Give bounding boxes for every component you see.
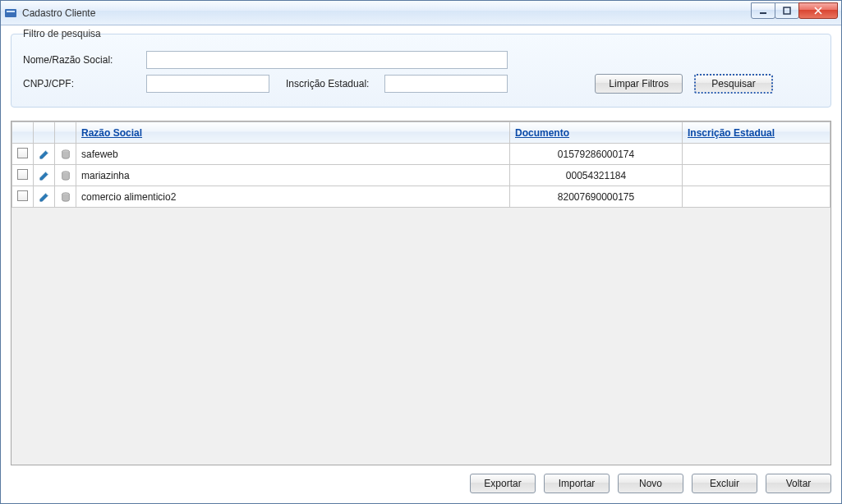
app-icon	[4, 7, 17, 20]
cell-razao: mariazinha	[76, 165, 510, 186]
cell-razao: comercio alimenticio2	[76, 186, 510, 208]
table-row[interactable]: comercio alimenticio282007690000175	[12, 186, 830, 208]
cell-documento: 00054321184	[510, 165, 683, 186]
delete-icon[interactable]	[55, 144, 76, 165]
row-checkbox[interactable]	[17, 148, 28, 158]
back-button[interactable]: Voltar	[766, 474, 831, 493]
filter-legend: Filtro de pesquisa	[20, 28, 104, 39]
cell-razao: safeweb	[76, 144, 510, 165]
delete-icon[interactable]	[55, 186, 76, 208]
cell-documento: 82007690000175	[510, 186, 683, 208]
clear-filters-button[interactable]: Limpar Filtros	[595, 74, 683, 94]
doc-label: CNPJ/CPF:	[23, 78, 138, 89]
delete-icon[interactable]	[55, 165, 76, 186]
header-edit	[34, 122, 55, 144]
header-inscricao[interactable]: Inscrição Estadual	[683, 122, 830, 144]
svg-rect-1	[7, 11, 15, 12]
delete-button[interactable]: Excluir	[692, 474, 757, 493]
edit-icon[interactable]	[34, 165, 55, 186]
filter-panel: Filtro de pesquisa Nome/Razão Social: CN…	[11, 34, 831, 108]
table-row[interactable]: mariazinha00054321184	[12, 165, 830, 186]
doc-input[interactable]	[146, 75, 269, 93]
edit-icon[interactable]	[34, 186, 55, 208]
cell-inscricao	[683, 144, 830, 165]
window-controls	[752, 2, 838, 19]
edit-icon[interactable]	[34, 144, 55, 165]
svg-rect-2	[760, 12, 766, 14]
window-title: Cadastro Cliente	[22, 7, 752, 19]
search-button[interactable]: Pesquisar	[694, 74, 773, 94]
footer-actions: Exportar Importar Novo Excluir Voltar	[11, 465, 831, 495]
cell-inscricao	[683, 186, 830, 208]
maximize-button[interactable]	[775, 2, 799, 19]
cell-documento: 01579286000174	[510, 144, 683, 165]
svg-rect-0	[5, 9, 16, 17]
name-label: Nome/Razão Social:	[23, 54, 138, 66]
header-razao[interactable]: Razão Social	[76, 122, 510, 144]
window-frame: Cadastro Cliente Filtro de pesquisa Nome…	[0, 0, 842, 504]
export-button[interactable]: Exportar	[470, 474, 536, 493]
ie-input[interactable]	[384, 75, 508, 93]
header-delete	[55, 122, 76, 144]
cell-inscricao	[683, 165, 830, 186]
close-button[interactable]	[798, 2, 838, 19]
client-area: Filtro de pesquisa Nome/Razão Social: CN…	[1, 25, 841, 503]
row-checkbox[interactable]	[17, 190, 28, 201]
new-button[interactable]: Novo	[618, 474, 683, 493]
minimize-button[interactable]	[751, 2, 775, 19]
header-checkbox	[12, 122, 34, 144]
header-documento[interactable]: Documento	[510, 122, 683, 144]
titlebar[interactable]: Cadastro Cliente	[1, 1, 841, 25]
import-button[interactable]: Importar	[544, 474, 610, 493]
table-row[interactable]: safeweb01579286000174	[12, 144, 830, 165]
row-checkbox[interactable]	[17, 169, 28, 180]
svg-rect-3	[784, 7, 790, 14]
results-grid: Razão Social Documento Inscrição Estadua…	[11, 121, 831, 465]
name-input[interactable]	[146, 51, 508, 69]
ie-label: Inscrição Estadual:	[286, 78, 376, 89]
